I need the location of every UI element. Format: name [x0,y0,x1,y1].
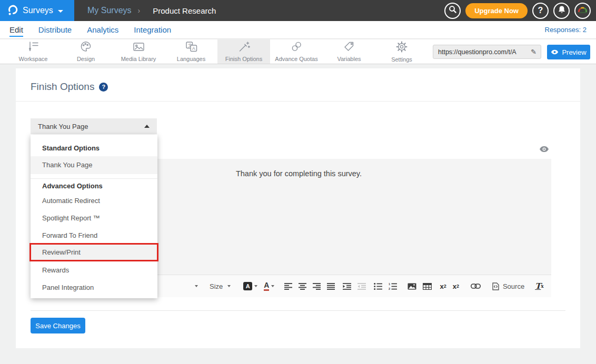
insert-image-button[interactable] [408,283,416,290]
toolbar-item-label: Languages [177,56,205,62]
divider [16,101,580,102]
top-bar: Surveys My Surveys › Product Research Up… [0,0,596,21]
finish-option-select[interactable]: Thank You Page [31,118,157,134]
product-name: Surveys [23,6,53,15]
align-left-icon [284,283,292,290]
preview-button[interactable]: Preview [547,45,590,59]
toolbar-item-settings[interactable]: Settings [375,39,428,64]
notifications-button[interactable] [553,3,570,19]
subscript-button[interactable]: x2 [440,282,446,290]
remove-format-button[interactable]: Tx [535,281,544,291]
outdent-icon [357,283,366,290]
survey-url-box: ✎ [433,45,541,59]
responses-count[interactable]: Responses: 2 [545,26,587,34]
numbered-list-button[interactable]: 1 2 [389,283,397,290]
upgrade-now-button[interactable]: Upgrade Now [465,3,528,18]
survey-url-input[interactable] [433,48,529,56]
dropdown-item-panel-integration[interactable]: Panel Integration [31,279,157,296]
help-button[interactable]: ? [532,3,549,19]
bulleted-list-button[interactable] [374,283,382,290]
questionpro-logo-icon [7,3,18,18]
topbar-actions: Upgrade Now ? [444,0,591,21]
tab-edit[interactable]: Edit [9,25,23,34]
search-button[interactable] [444,3,461,19]
insert-link-button[interactable] [471,284,481,289]
product-switcher[interactable]: Surveys [0,0,74,21]
align-center-button[interactable] [299,283,306,290]
svg-text:A: A [192,46,195,51]
usage-meter-button[interactable] [574,3,591,19]
toolbar-item-advance-quotas[interactable]: Advance Quotas [270,39,323,64]
save-changes-button[interactable]: Save Changes [31,318,85,333]
font-dropdown-caret-icon[interactable] [195,285,198,287]
toolbar-item-languages[interactable]: 文 A Languages [165,39,217,64]
font-size-dropdown[interactable]: Size [210,282,231,290]
source-doc-icon [492,282,499,290]
breadcrumb-my-surveys[interactable]: My Surveys [87,6,132,15]
tab-distribute[interactable]: Distribute [38,25,72,34]
chain-links-icon [291,41,302,54]
search-icon [449,5,457,16]
question-mark-icon: ? [538,6,543,15]
edit-url-icon[interactable]: ✎ [529,48,541,56]
toolbar-item-label: Finish Options [225,56,262,62]
insert-table-icon [423,283,432,290]
dropdown-item-forward-to-friend[interactable]: Forward To Friend [31,227,157,244]
gear-icon [396,41,408,55]
dropdown-item-thank-you-page[interactable]: Thank You Page [31,156,157,174]
toolbar-item-finish-options[interactable]: Finish Options [217,39,270,64]
palette-icon [80,41,92,54]
dropdown-item-spotlight-report[interactable]: Spotlight Report ™ [31,209,157,227]
breadcrumb-separator: › [138,6,141,15]
toolbar-item-label: Advance Quotas [275,56,317,62]
toolbar-item-design[interactable]: Design [59,39,112,64]
toolbar-item-media-library[interactable]: Media Library [112,39,165,64]
workspace-icon [27,41,39,54]
align-center-icon [299,283,306,290]
insert-table-button[interactable] [423,283,432,290]
dropdown-item-automatic-redirect[interactable]: Automatic Redirect [31,192,157,209]
toolbar-item-label: Workspace [19,56,48,62]
insert-image-icon [408,283,416,290]
tab-integration[interactable]: Integration [134,25,171,34]
indent-button[interactable] [343,283,351,290]
eye-icon [551,48,559,56]
outdent-button[interactable] [357,283,366,290]
align-left-button[interactable] [284,283,292,290]
finish-option-dropdown: Standard Options Thank You Page Advanced… [31,135,157,298]
chevron-up-icon [144,125,150,128]
visibility-eye-icon[interactable] [539,145,549,155]
source-button[interactable]: Source [492,282,524,290]
tab-analytics[interactable]: Analytics [87,25,118,34]
toolbar-item-workspace[interactable]: Workspace [7,39,59,64]
translate-icon: 文 A [185,41,197,54]
survey-nav-tabs: Edit Distribute Analytics Integration Re… [0,21,596,39]
breadcrumb: My Surveys › Product Research [87,0,216,21]
bell-icon [558,5,566,16]
align-right-icon [313,283,321,290]
chevron-down-icon [271,285,274,287]
numbered-list-icon: 1 2 [389,283,397,290]
finish-options-panel: Finish Options ? Thank You Page Standard… [16,68,580,348]
toolbar-item-label: Media Library [121,56,156,62]
indent-icon [343,283,351,290]
align-right-button[interactable] [313,283,321,290]
background-color-button[interactable]: A [243,282,257,290]
dropdown-group-header: Standard Options [42,144,100,152]
text-color-button[interactable]: A [264,281,274,291]
chevron-down-icon [227,285,231,287]
image-icon [133,42,145,54]
breadcrumb-current: Product Research [153,6,216,15]
source-label: Source [503,282,524,290]
tag-icon [343,41,355,54]
help-badge-icon[interactable]: ? [99,83,108,92]
justify-button[interactable] [327,283,335,290]
select-value: Thank You Page [31,123,144,130]
toolbar-item-variables[interactable]: Variables [323,39,375,64]
justify-icon [327,283,335,290]
dropdown-item-review-print[interactable]: Review/Print [29,243,158,261]
superscript-button[interactable]: x2 [453,282,459,290]
bulleted-list-icon [374,283,382,290]
chevron-down-icon [58,10,63,13]
dropdown-item-rewards[interactable]: Rewards [31,261,157,279]
